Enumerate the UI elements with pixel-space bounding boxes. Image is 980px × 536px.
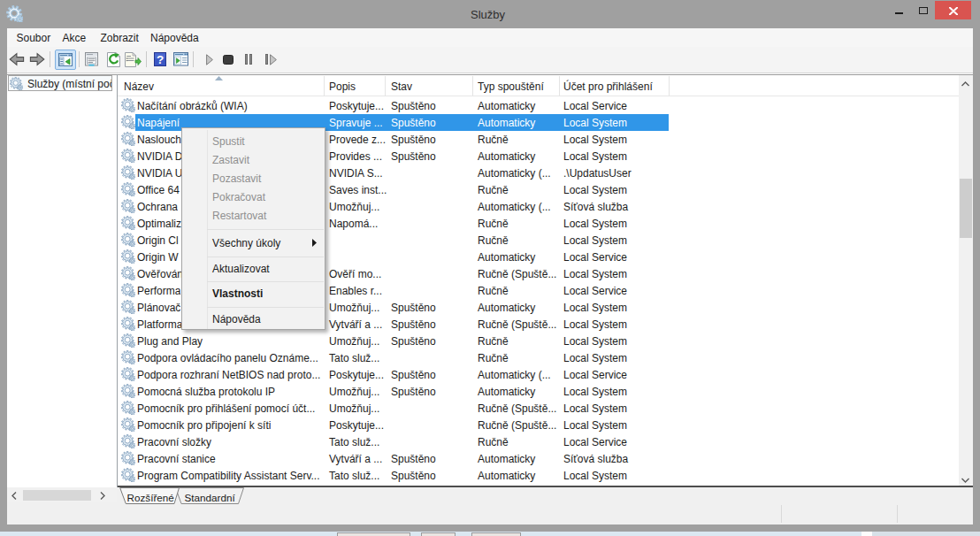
svg-text:?: ? — [156, 53, 163, 66]
